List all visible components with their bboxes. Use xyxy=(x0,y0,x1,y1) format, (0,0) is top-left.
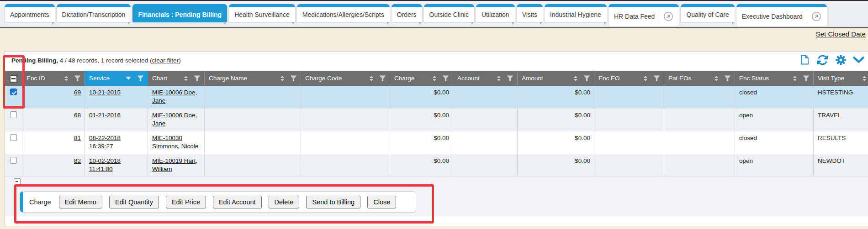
filter-funnel-icon[interactable] xyxy=(379,75,386,82)
tab-hr-data-feed[interactable]: HR Data Feed xyxy=(609,4,679,26)
service-link[interactable]: 10-21-2015 xyxy=(89,89,121,96)
row-checkbox[interactable] xyxy=(10,111,17,118)
chart-link[interactable]: MIE-10006 Doe, Jane xyxy=(152,112,197,127)
row-checkbox[interactable] xyxy=(10,134,17,141)
edit-memo-button[interactable]: Edit Memo xyxy=(59,196,102,208)
cell-chart: MIE-10030 Simmons, Nicole xyxy=(148,131,205,154)
sort-icon[interactable] xyxy=(644,76,647,81)
tab-label: Executive Dashboard xyxy=(742,13,803,20)
set-closed-date-link[interactable]: Set Closed Date xyxy=(816,30,866,38)
cell-enc-id: 82 xyxy=(22,154,85,177)
tab-industrial-hygiene[interactable]: Industrial Hygiene xyxy=(545,4,607,22)
sort-icon[interactable] xyxy=(370,76,373,81)
table-row[interactable]: 68 01-21-2016 MIE-10006 Doe, Jane $0.00 … xyxy=(5,109,868,131)
cell-pat-eos xyxy=(664,109,735,131)
sort-icon[interactable] xyxy=(793,76,797,81)
table-row[interactable]: 82 10-02-2018 11:41:00 MIE-10019 Hart, W… xyxy=(5,154,868,177)
service-link[interactable]: 08-22-2018 16:39:27 xyxy=(89,135,121,150)
new-document-icon[interactable] xyxy=(799,54,810,66)
cell-select xyxy=(5,109,22,131)
sort-icon[interactable] xyxy=(715,76,718,81)
cell-charge-name xyxy=(205,86,301,108)
column-header-service[interactable]: Service xyxy=(85,71,148,86)
filter-funnel-icon[interactable] xyxy=(583,75,590,82)
chart-link[interactable]: MIE-10019 Hart, William xyxy=(152,157,197,172)
table-row[interactable]: 69 10-21-2015 MIE-10006 Doe, Jane $0.00 … xyxy=(5,86,868,109)
toolbar-label: Charge xyxy=(29,198,51,206)
column-header-enc-eo[interactable]: Enc EO xyxy=(594,71,664,86)
send-to-billing-button[interactable]: Send to Billing xyxy=(306,196,360,208)
tab-health-surveillance[interactable]: Health Surveillance xyxy=(229,4,295,22)
sort-icon[interactable] xyxy=(497,76,501,81)
delete-button[interactable]: Delete xyxy=(269,196,300,208)
row-checkbox[interactable] xyxy=(10,88,17,95)
filter-funnel-icon[interactable] xyxy=(442,75,449,82)
tab-financials-pending-billing[interactable]: Financials : Pending Billing xyxy=(132,4,227,22)
edit-price-button[interactable]: Edit Price xyxy=(166,196,206,208)
column-header-charge-code[interactable]: Charge Code xyxy=(301,71,390,86)
tab-appointments[interactable]: Appointments xyxy=(5,4,55,22)
sort-icon[interactable] xyxy=(64,76,68,81)
cell-account xyxy=(453,86,518,108)
cell-charge: $0.00 xyxy=(390,109,453,131)
column-header-enc-status[interactable]: Enc Status xyxy=(735,71,814,86)
filter-funnel-icon[interactable] xyxy=(507,75,513,82)
tab-label: Industrial Hygiene xyxy=(550,11,601,18)
column-header-amount[interactable]: Amount xyxy=(518,71,594,86)
clear-filter-link[interactable]: clear filter xyxy=(152,57,179,64)
cell-charge-name xyxy=(205,154,301,177)
sort-icon[interactable] xyxy=(281,76,284,81)
enc-id-link[interactable]: 68 xyxy=(74,112,81,119)
column-label: Pat EOs xyxy=(668,75,691,82)
column-header-account[interactable]: Account xyxy=(453,71,518,86)
external-link-icon[interactable] xyxy=(663,11,673,21)
column-header-charge-name[interactable]: Charge Name xyxy=(205,71,301,86)
table-row[interactable]: 81 08-22-2018 16:39:27 MIE-10030 Simmons… xyxy=(5,131,868,154)
tab-label: Quality of Care xyxy=(686,11,729,18)
service-link[interactable]: 10-02-2018 11:41:00 xyxy=(89,157,121,172)
column-header-charge[interactable]: Charge xyxy=(390,71,453,86)
chart-link[interactable]: MIE-10030 Simmons, Nicole xyxy=(152,135,198,150)
tab-outside-clinic[interactable]: Outside Clinic xyxy=(424,4,474,22)
column-header-chart[interactable]: Chart xyxy=(148,71,205,86)
enc-id-link[interactable]: 69 xyxy=(74,89,81,96)
tab-dictation-transcription[interactable]: Dictation/Transcription xyxy=(57,4,131,22)
enc-id-link[interactable]: 82 xyxy=(74,157,81,164)
tab-executive-dashboard[interactable]: Executive Dashboard xyxy=(736,4,827,26)
collapse-toolbar-button[interactable] xyxy=(14,178,21,185)
close-button[interactable]: Close xyxy=(367,196,396,208)
service-link[interactable]: 01-21-2016 xyxy=(89,112,121,119)
filter-funnel-icon[interactable] xyxy=(803,75,810,82)
filter-funnel-icon[interactable] xyxy=(724,75,731,82)
sort-icon[interactable] xyxy=(184,76,188,81)
tab-utilization[interactable]: Utilization xyxy=(476,4,515,22)
select-all-checkbox[interactable] xyxy=(10,75,17,83)
row-checkbox[interactable] xyxy=(10,157,17,164)
filter-funnel-icon[interactable] xyxy=(194,75,201,82)
filter-funnel-icon[interactable] xyxy=(74,75,81,82)
column-header-pat-eos[interactable]: Pat EOs xyxy=(664,71,735,86)
edit-account-button[interactable]: Edit Account xyxy=(213,196,262,208)
filter-funnel-icon[interactable] xyxy=(137,75,144,82)
tab-quality-of-care[interactable]: Quality of Care xyxy=(681,4,734,22)
sort-icon[interactable] xyxy=(433,76,436,81)
sort-icon[interactable] xyxy=(574,76,577,81)
enc-id-link[interactable]: 81 xyxy=(74,135,81,141)
column-header-enc-id[interactable]: Enc ID xyxy=(22,71,85,86)
tab-orders[interactable]: Orders xyxy=(392,4,422,22)
cell-select xyxy=(5,86,22,108)
refresh-icon[interactable] xyxy=(816,54,829,66)
column-label: Enc Status xyxy=(739,75,769,82)
gear-icon[interactable] xyxy=(835,54,847,66)
edit-quantity-button[interactable]: Edit Quantity xyxy=(109,196,159,208)
chevron-down-icon[interactable] xyxy=(853,57,864,63)
tab-visits[interactable]: Visits xyxy=(517,4,543,22)
filter-funnel-icon[interactable] xyxy=(290,75,297,82)
chart-link[interactable]: MIE-10006 Doe, Jane xyxy=(152,89,197,104)
sort-descending-icon[interactable] xyxy=(126,77,131,80)
column-header-visit-type[interactable]: Visit Type xyxy=(814,71,868,86)
external-link-icon[interactable] xyxy=(811,11,821,21)
tab-medications-allergies-scripts[interactable]: Medications/Allergies/Scripts xyxy=(297,4,390,22)
sort-icon[interactable] xyxy=(863,76,866,81)
filter-funnel-icon[interactable] xyxy=(653,75,660,82)
